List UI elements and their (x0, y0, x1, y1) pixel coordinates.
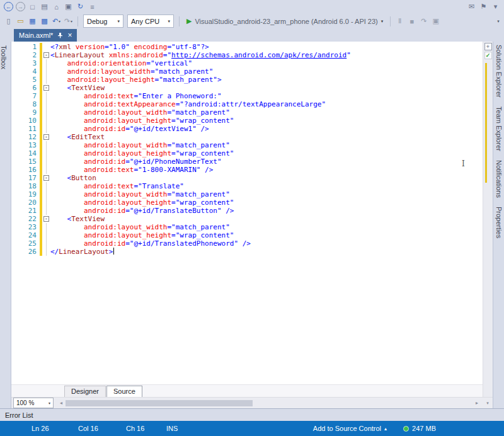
redo-icon[interactable]: ↷▾ (62, 16, 74, 26)
collapse-toggle[interactable]: - (43, 175, 49, 181)
pause-icon[interactable]: Ⅱ (394, 16, 406, 26)
close-icon[interactable]: × (67, 32, 72, 39)
task-list-icon[interactable]: ▤ (38, 1, 50, 12)
code-line[interactable]: 4 android:layout_width="match_parent" (11, 67, 483, 76)
horizontal-scrollbar-track[interactable] (66, 399, 472, 407)
pin-icon[interactable] (57, 33, 63, 38)
code-text: android:id="@+id/PhoneNumberText" (50, 158, 222, 166)
code-line[interactable]: 18 android:text="Translate" (11, 182, 483, 190)
code-line[interactable]: 2-<LinearLayout xmlns:android="http://sc… (11, 51, 483, 59)
code-line[interactable]: 24 android:layout_height="wrap_content" (11, 231, 483, 239)
save-icon[interactable]: ▦ (26, 16, 38, 26)
toolbar-overflow-button[interactable]: ▾ (494, 19, 503, 24)
fold-column (42, 117, 50, 125)
code-line[interactable]: 17- <Button (11, 174, 483, 182)
split-editor-button[interactable]: + (484, 43, 492, 50)
open-file-icon[interactable]: ▭ (14, 16, 26, 26)
code-line[interactable]: 11 android:id="@+id/textView1" /> (11, 125, 483, 133)
code-line[interactable]: 19 android:layout_width="match_parent" (11, 190, 483, 198)
step-over-icon[interactable]: ↷ (418, 16, 430, 26)
code-lines: 1<?xml version="1.0" encoding="utf-8"?>2… (11, 42, 483, 256)
line-number: 14 (11, 149, 40, 158)
feedback-icon: ✉ (469, 3, 474, 11)
code-text: android:layout_height="match_parent"> (50, 76, 222, 84)
code-line[interactable]: 3 android:orientation="vertical" (11, 59, 483, 67)
start-debugging-button[interactable]: ▶ VisualStudio_android-23_arm_phone (And… (183, 15, 387, 27)
status-character: Ch 16 (126, 425, 166, 432)
vertical-scrollbar[interactable]: + ✓ (483, 42, 493, 397)
start-page-icon[interactable]: ⌂ (50, 1, 62, 12)
code-text: android:id="@+id/textView1" /> (50, 125, 209, 133)
navigate-forward-icon[interactable]: → (14, 1, 26, 12)
new-project-icon[interactable]: ▯ (3, 16, 14, 26)
code-text: android:layout_width="match_parent" (50, 108, 230, 117)
options-chevron-icon[interactable]: ▾ (490, 1, 501, 12)
feedback-icon[interactable]: ✉ (466, 1, 478, 12)
find-icon[interactable]: ▣ (430, 16, 442, 26)
code-line[interactable]: 7 android:text="Enter a Phoneword:" (11, 92, 483, 100)
code-line[interactable]: 20 android:layout_height="wrap_content" (11, 198, 483, 207)
code-text: android:text="1-800-XAMARIN" /> (50, 166, 213, 174)
code-line[interactable]: 16 android:text="1-800-XAMARIN" /> (11, 166, 483, 174)
rail-tab-solution-explorer[interactable]: Solution Explorer (495, 45, 503, 98)
tab-source[interactable]: Source (106, 386, 142, 397)
collapse-toggle[interactable]: - (43, 216, 49, 222)
code-text: <?xml version="1.0" encoding="utf-8"?> (50, 43, 209, 51)
line-number: 4 (11, 67, 40, 76)
document-tab-title: Main.axml* (19, 32, 53, 39)
scroll-right-arrow-icon[interactable]: ▸ (472, 400, 481, 406)
toolbar-group-top-right: ✉⚑▾ (466, 1, 501, 12)
code-text: <TextView (50, 84, 105, 92)
save-all-icon[interactable]: ▩ (38, 16, 50, 26)
solution-configuration-dropdown[interactable]: Debug ▾ (83, 14, 123, 28)
collapse-toggle[interactable]: - (43, 85, 49, 91)
code-line[interactable]: 15 android:id="@+id/PhoneNumberText" (11, 158, 483, 166)
right-tool-rail: Solution ExplorerTeam ExplorerNotificati… (493, 42, 504, 408)
tab-designer[interactable]: Designer (64, 386, 106, 397)
toolbar-separator (77, 16, 78, 26)
code-line[interactable]: 14 android:layout_height="wrap_content" (11, 149, 483, 158)
stop-icon[interactable]: ■ (406, 16, 418, 26)
list-members-icon[interactable]: ≡ (86, 1, 98, 12)
undo-icon[interactable]: ↶▾ (50, 16, 62, 26)
code-view[interactable]: 1<?xml version="1.0" encoding="utf-8"?>2… (11, 42, 483, 384)
collapse-toggle[interactable]: - (43, 134, 49, 140)
new-window-icon[interactable]: □ (26, 1, 38, 12)
horizontal-scrollbar-thumb[interactable] (66, 400, 253, 406)
toolbar-separator (179, 16, 180, 26)
code-line[interactable]: 23 android:layout_width="match_parent" (11, 223, 483, 231)
extensions-icon[interactable]: ▣ (62, 1, 74, 12)
rail-tab-team-explorer[interactable]: Team Explorer (495, 106, 503, 151)
collapse-toggle[interactable]: - (43, 52, 49, 58)
designer-source-tab-strip: Designer Source (11, 384, 483, 397)
zoom-dropdown[interactable]: 100 % ▾ (13, 398, 54, 408)
code-line[interactable]: 12- <EditText (11, 133, 483, 141)
fold-column (42, 108, 50, 117)
error-list-bar[interactable]: Error List (0, 408, 504, 421)
navigate-backward-icon[interactable]: ← (3, 1, 14, 12)
sync-icon[interactable]: ↻ (74, 1, 86, 12)
code-line[interactable]: 10 android:layout_height="wrap_content" (11, 117, 483, 125)
solution-platform-dropdown[interactable]: Any CPU ▾ (127, 14, 174, 28)
scroll-down-arrow-icon[interactable]: ▾ (483, 398, 493, 408)
code-line[interactable]: 6- <TextView (11, 84, 483, 92)
add-to-source-control-button[interactable]: Add to Source Control ▴ (313, 425, 387, 432)
chevron-down-icon: ▾ (49, 401, 50, 405)
scroll-left-arrow-icon[interactable]: ◂ (57, 400, 66, 406)
code-line[interactable]: 13 android:layout_width="match_parent" (11, 141, 483, 149)
rail-tab-properties[interactable]: Properties (495, 207, 503, 238)
horizontal-scrollbar[interactable]: ◂ ▸ (57, 399, 481, 408)
line-number: 22 (11, 215, 40, 223)
document-tab-main-axml[interactable]: Main.axml* × (14, 29, 77, 42)
code-line[interactable]: 8 android:textAppearance="?android:attr/… (11, 100, 483, 108)
code-line[interactable]: 1<?xml version="1.0" encoding="utf-8"?> (11, 43, 483, 51)
code-line[interactable]: 22- <TextView (11, 215, 483, 223)
code-line[interactable]: 5 android:layout_height="match_parent"> (11, 76, 483, 84)
notifications-flag-icon[interactable]: ⚑ (478, 1, 490, 12)
code-line[interactable]: 25 android:id="@+id/TranslatedPhoneword"… (11, 239, 483, 248)
rail-tab-notifications[interactable]: Notifications (495, 160, 503, 198)
code-line[interactable]: 26</LinearLayout> (11, 248, 483, 256)
code-line[interactable]: 21 android:id="@+id/TranslateButton" /> (11, 207, 483, 215)
code-line[interactable]: 9 android:layout_width="match_parent" (11, 108, 483, 117)
rail-tab-toolbox[interactable]: Toolbox (0, 45, 8, 69)
